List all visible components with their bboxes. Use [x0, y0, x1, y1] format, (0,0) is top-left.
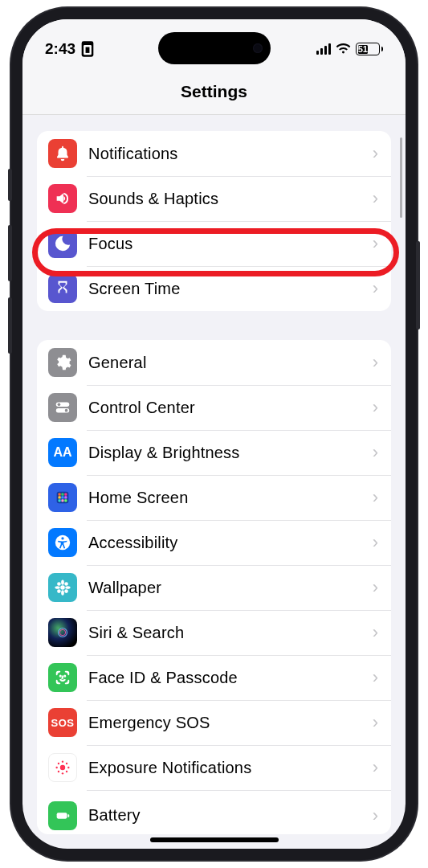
exposure-icon — [48, 753, 77, 782]
chevron-right-icon: › — [373, 143, 378, 164]
row-wallpaper[interactable]: Wallpaper › — [37, 565, 391, 610]
svg-rect-15 — [61, 499, 63, 502]
status-time: 2:43 — [45, 40, 75, 58]
row-faceid[interactable]: Face ID & Passcode › — [37, 655, 391, 700]
row-label: Focus — [88, 235, 373, 253]
chevron-right-icon: › — [373, 233, 378, 254]
svg-point-33 — [60, 765, 65, 770]
row-screen-time[interactable]: Screen Time › — [37, 266, 391, 311]
moon-icon — [48, 229, 77, 258]
chevron-right-icon: › — [373, 352, 378, 373]
svg-point-24 — [57, 582, 61, 586]
battery-indicator: 51 — [356, 43, 383, 55]
row-label: Notifications — [88, 145, 373, 163]
row-exposure[interactable]: Exposure Notifications › — [37, 745, 391, 790]
svg-point-34 — [62, 760, 63, 762]
bell-icon — [48, 139, 77, 168]
svg-point-22 — [55, 586, 59, 589]
home-indicator[interactable] — [150, 837, 279, 842]
scroll-indicator[interactable] — [400, 137, 402, 218]
row-label: Control Center — [88, 399, 373, 417]
flower-icon — [48, 573, 77, 602]
row-battery[interactable]: Battery › — [37, 790, 391, 834]
svg-point-19 — [60, 585, 65, 590]
svg-point-30 — [59, 629, 65, 635]
svg-rect-13 — [64, 496, 67, 498]
speaker-icon — [48, 184, 77, 213]
svg-rect-14 — [59, 499, 61, 502]
svg-point-6 — [65, 409, 68, 412]
svg-point-39 — [66, 763, 67, 764]
row-control-center[interactable]: Control Center › — [37, 385, 391, 430]
page-title: Settings — [22, 82, 406, 101]
svg-point-40 — [58, 771, 59, 772]
screen: 2:43 51 Settings — [22, 19, 406, 849]
switches-icon — [48, 393, 77, 422]
row-emergency-sos[interactable]: SOS Emergency SOS › — [37, 700, 391, 745]
svg-point-37 — [67, 767, 69, 768]
row-label: Face ID & Passcode — [88, 669, 373, 687]
svg-point-5 — [58, 403, 61, 407]
svg-point-25 — [64, 582, 68, 586]
chevron-right-icon: › — [373, 622, 378, 643]
row-label: Display & Brightness — [88, 444, 373, 462]
chevron-right-icon: › — [373, 532, 378, 553]
chevron-right-icon: › — [373, 757, 378, 778]
row-notifications[interactable]: Notifications › — [37, 131, 391, 176]
svg-point-35 — [62, 772, 63, 774]
svg-rect-11 — [59, 496, 61, 498]
row-label: Siri & Search — [88, 624, 373, 642]
svg-rect-42 — [57, 813, 67, 818]
chevron-right-icon: › — [373, 667, 378, 688]
svg-rect-12 — [61, 496, 63, 498]
chevron-right-icon: › — [373, 712, 378, 733]
svg-point-36 — [55, 767, 57, 768]
chevron-right-icon: › — [373, 188, 378, 209]
volume-down — [8, 297, 12, 354]
svg-point-23 — [65, 586, 70, 589]
row-label: Exposure Notifications — [88, 759, 373, 777]
row-accessibility[interactable]: Accessibility › — [37, 520, 391, 565]
settings-list[interactable]: Notifications › Sounds & Haptics › Focus… — [22, 115, 406, 834]
wifi-icon — [336, 43, 351, 55]
svg-rect-9 — [61, 493, 63, 496]
hourglass-icon — [48, 274, 77, 303]
dynamic-island — [158, 32, 271, 64]
chevron-right-icon: › — [373, 278, 378, 299]
grid-icon — [48, 483, 77, 512]
row-general[interactable]: General › — [37, 340, 391, 385]
row-label: Sounds & Haptics — [88, 190, 373, 208]
row-home-screen[interactable]: Home Screen › — [37, 475, 391, 520]
gear-icon — [48, 348, 77, 377]
row-label: Battery — [88, 806, 373, 825]
row-siri[interactable]: Siri & Search › — [37, 610, 391, 655]
row-focus[interactable]: Focus › — [37, 221, 391, 266]
status-left: 2:43 — [45, 40, 96, 58]
row-label: Emergency SOS — [88, 714, 373, 732]
chevron-right-icon: › — [373, 442, 378, 463]
silence-switch — [8, 169, 12, 201]
phone-frame: 2:43 51 Settings — [11, 8, 417, 860]
svg-point-18 — [61, 537, 63, 539]
row-display[interactable]: AA Display & Brightness › — [37, 430, 391, 475]
chevron-right-icon: › — [373, 577, 378, 598]
battery-icon — [48, 801, 77, 830]
status-right: 51 — [316, 43, 384, 55]
svg-rect-10 — [64, 493, 67, 496]
cellular-icon — [316, 43, 332, 55]
svg-point-41 — [66, 771, 67, 772]
row-sounds[interactable]: Sounds & Haptics › — [37, 176, 391, 221]
faceid-icon — [48, 663, 77, 692]
power-button — [416, 241, 420, 330]
svg-point-20 — [61, 579, 64, 584]
chevron-right-icon: › — [373, 397, 378, 418]
text-size-icon: AA — [48, 438, 77, 467]
chevron-right-icon: › — [373, 805, 378, 826]
volume-up — [8, 225, 12, 281]
sim-icon — [79, 40, 96, 58]
row-label: Screen Time — [88, 280, 373, 298]
battery-percent: 51 — [358, 45, 369, 54]
svg-point-21 — [61, 590, 64, 595]
svg-rect-16 — [64, 499, 67, 502]
chevron-right-icon: › — [373, 487, 378, 508]
